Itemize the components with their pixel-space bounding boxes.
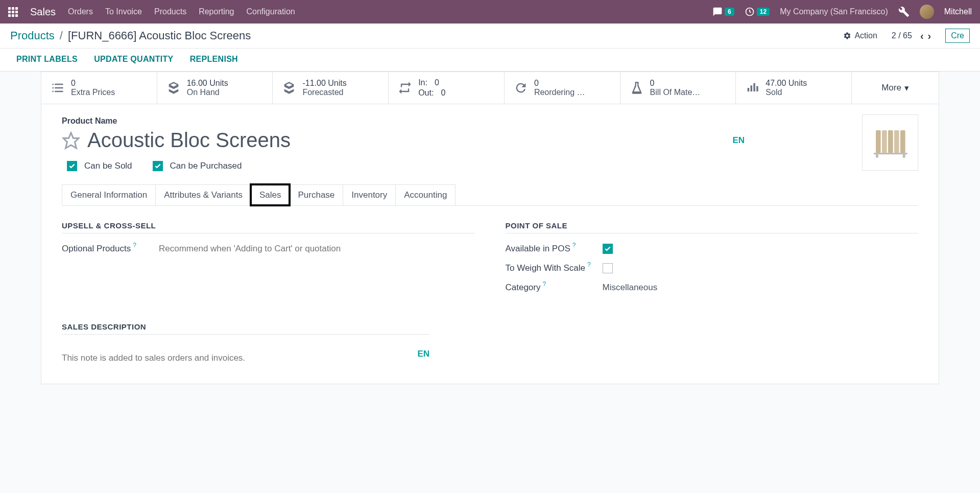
weigh-scale-checkbox[interactable] <box>603 263 613 273</box>
activities-button[interactable]: 12 <box>745 7 770 17</box>
out-value: 0 <box>441 88 445 98</box>
nav-orders[interactable]: Orders <box>68 7 93 16</box>
nav-to-invoice[interactable]: To Invoice <box>105 7 142 16</box>
help-icon[interactable]: ? <box>542 280 546 288</box>
actions-row: PRINT LABELS UPDATE QUANTITY REPLENISH <box>0 49 980 72</box>
can-be-sold-label: Can be Sold <box>84 161 132 171</box>
user-name[interactable]: Mitchell <box>944 7 972 16</box>
sales-desc-input[interactable] <box>62 353 417 363</box>
action-menu-label: Action <box>854 31 877 40</box>
activities-badge: 12 <box>757 8 770 16</box>
pager-prev[interactable]: ‹ <box>920 30 924 42</box>
apps-icon[interactable] <box>8 7 18 17</box>
stat-value: 47.00 Units <box>766 79 807 88</box>
create-button[interactable]: Cre <box>945 29 970 43</box>
out-label: Out: <box>418 88 434 98</box>
svg-rect-8 <box>876 154 878 157</box>
update-quantity-button[interactable]: UPDATE QUANTITY <box>94 55 173 63</box>
category-value[interactable]: Miscellaneous <box>603 283 658 293</box>
bars-icon <box>745 81 759 95</box>
company-selector[interactable]: My Company (San Francisco) <box>780 7 888 16</box>
tab-attributes-variants[interactable]: Attributes & Variants <box>155 184 251 205</box>
stat-label: On Hand <box>187 88 228 97</box>
action-menu-button[interactable]: Action <box>843 31 877 40</box>
avatar[interactable] <box>920 5 934 19</box>
svg-rect-7 <box>874 153 907 154</box>
stat-more-button[interactable]: More ▾ <box>852 72 939 104</box>
stat-value: 16.00 Units <box>187 79 228 88</box>
help-icon[interactable]: ? <box>587 261 591 268</box>
stat-label: Sold <box>766 88 807 97</box>
svg-rect-2 <box>876 130 881 153</box>
stat-sold[interactable]: 47.00 UnitsSold <box>736 72 852 104</box>
cubes-icon <box>166 81 181 95</box>
upsell-section-title: UPSELL & CROSS-SELL <box>62 221 475 233</box>
svg-rect-4 <box>888 130 893 153</box>
optional-products-input[interactable] <box>159 244 475 254</box>
optional-products-label: Optional Products <box>62 244 131 254</box>
pos-section-title: POINT OF SALE <box>506 221 919 233</box>
sales-desc-title: SALES DESCRIPTION <box>62 322 429 335</box>
desc-lang-badge[interactable]: EN <box>417 349 429 359</box>
can-be-purchased-label: Can be Purchased <box>170 161 242 171</box>
favorite-star[interactable] <box>62 131 80 150</box>
product-name-input[interactable]: Acoustic Bloc Screens <box>87 129 725 152</box>
available-pos-label: Available in POS <box>506 244 570 254</box>
pager-next[interactable]: › <box>928 30 931 42</box>
print-labels-button[interactable]: PRINT LABELS <box>16 55 78 63</box>
caret-down-icon: ▾ <box>904 83 909 93</box>
product-image[interactable] <box>862 114 918 171</box>
stat-reordering[interactable]: 0Reordering … <box>505 72 620 104</box>
can-be-sold-checkbox[interactable] <box>67 161 77 171</box>
product-thumbnail-icon <box>870 122 911 163</box>
tabs-bar: General Information Attributes & Variant… <box>41 175 939 205</box>
pager-text[interactable]: 2 / 65 <box>892 31 912 40</box>
stat-forecasted[interactable]: -11.00 UnitsForecasted <box>273 72 389 104</box>
messages-badge: 6 <box>725 8 734 16</box>
nav-products[interactable]: Products <box>154 7 186 16</box>
tab-accounting[interactable]: Accounting <box>395 184 456 205</box>
svg-rect-3 <box>882 130 887 153</box>
breadcrumb-current: [FURN_6666] Acoustic Bloc Screens <box>68 29 251 42</box>
flask-icon <box>630 81 644 95</box>
replenish-button[interactable]: REPLENISH <box>190 55 238 63</box>
tab-sales[interactable]: Sales <box>251 184 290 205</box>
list-icon <box>51 81 65 95</box>
lang-badge[interactable]: EN <box>732 135 745 146</box>
nav-configuration[interactable]: Configuration <box>247 7 295 16</box>
can-be-purchased-checkbox[interactable] <box>153 161 163 171</box>
stat-on-hand[interactable]: 16.00 UnitsOn Hand <box>157 72 273 104</box>
category-label: Category <box>506 283 541 293</box>
stat-in-out[interactable]: In:0 Out:0 <box>389 72 505 104</box>
brand-title[interactable]: Sales <box>30 6 56 18</box>
in-value: 0 <box>435 78 439 87</box>
stat-label: Reordering … <box>534 88 585 97</box>
available-pos-checkbox[interactable] <box>603 244 613 254</box>
svg-rect-6 <box>900 130 905 153</box>
nav-reporting[interactable]: Reporting <box>199 7 234 16</box>
tab-inventory[interactable]: Inventory <box>343 184 396 205</box>
stat-label: Bill Of Mate… <box>650 88 701 97</box>
chat-icon <box>712 7 723 17</box>
tools-icon[interactable] <box>898 6 910 17</box>
help-icon[interactable]: ? <box>572 242 576 249</box>
stat-buttons-row: 0Extra Prices 16.00 UnitsOn Hand -11.00 … <box>41 72 939 104</box>
stat-extra-prices[interactable]: 0Extra Prices <box>41 72 157 104</box>
transfer-icon <box>398 81 412 95</box>
help-icon[interactable]: ? <box>133 242 136 249</box>
form-sheet: 0Extra Prices 16.00 UnitsOn Hand -11.00 … <box>41 72 939 384</box>
stat-label: Extra Prices <box>71 88 115 97</box>
refresh-icon <box>514 81 528 95</box>
svg-rect-9 <box>903 154 905 157</box>
stat-bom[interactable]: 0Bill Of Mate… <box>620 72 736 104</box>
breadcrumb-parent[interactable]: Products <box>10 29 55 42</box>
messages-button[interactable]: 6 <box>712 7 734 17</box>
stat-value: 0 <box>650 79 701 88</box>
clock-icon <box>745 7 755 17</box>
stat-label: Forecasted <box>302 88 346 97</box>
tab-purchase[interactable]: Purchase <box>289 184 343 205</box>
tab-general-information[interactable]: General Information <box>62 184 156 205</box>
breadcrumb: Products / [FURN_6666] Acoustic Bloc Scr… <box>10 29 251 42</box>
more-label: More <box>881 83 901 93</box>
pager: 2 / 65 ‹ › <box>892 30 931 42</box>
